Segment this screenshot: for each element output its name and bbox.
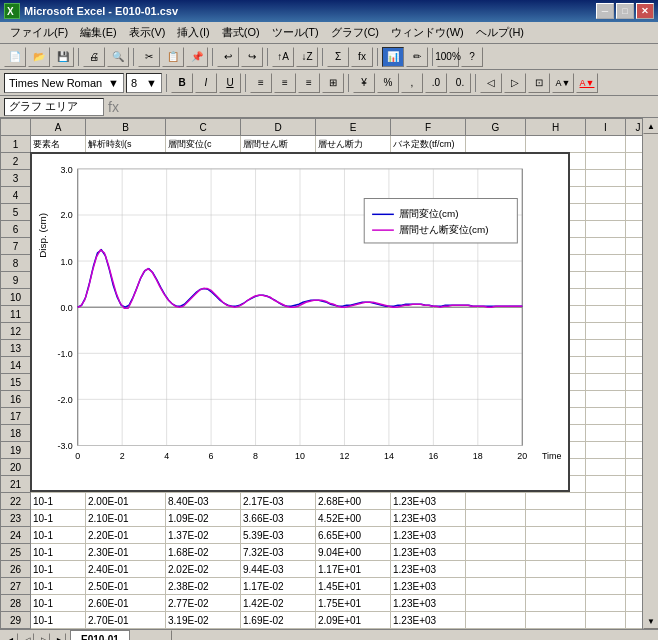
cell-r23-c6[interactable] [466, 510, 526, 527]
cell-r23-c1[interactable]: 2.10E-01 [86, 510, 166, 527]
cell-r20-c8[interactable] [586, 459, 626, 476]
cell-r22-c9[interactable] [626, 493, 643, 510]
cell-r29-c4[interactable]: 2.09E+01 [316, 612, 391, 629]
cell-r1-c7[interactable] [526, 136, 586, 153]
menu-window[interactable]: ウィンドウ(W) [385, 23, 470, 42]
cell-r21-c8[interactable] [586, 476, 626, 493]
cell-r29-c0[interactable]: 10-1 [31, 612, 86, 629]
redo-button[interactable]: ↪ [241, 47, 263, 67]
menu-file[interactable]: ファイル(F) [4, 23, 74, 42]
cell-r18-c8[interactable] [586, 425, 626, 442]
cell-r4-c8[interactable] [586, 187, 626, 204]
cell-r25-c2[interactable]: 1.68E-02 [166, 544, 241, 561]
cell-r26-c9[interactable] [626, 561, 643, 578]
cell-r29-c6[interactable] [466, 612, 526, 629]
tab-scroll-right2[interactable]: ▷ [36, 633, 50, 641]
zoom-button[interactable]: 100% [437, 47, 459, 67]
cell-r22-c5[interactable]: 1.23E+03 [391, 493, 466, 510]
cell-r21-c9[interactable] [626, 476, 643, 493]
scroll-down-button[interactable]: ▼ [643, 613, 658, 629]
sort-asc-button[interactable]: ↑A [272, 47, 294, 67]
print-button[interactable]: 🖨 [83, 47, 105, 67]
drawing-button[interactable]: ✏ [406, 47, 428, 67]
cell-r6-c9[interactable] [626, 221, 643, 238]
menu-view[interactable]: 表示(V) [123, 23, 172, 42]
cell-r1-c1[interactable]: 解析時刻(s [86, 136, 166, 153]
cell-r23-c9[interactable] [626, 510, 643, 527]
col-header-J[interactable]: J [626, 119, 643, 136]
cell-r22-c2[interactable]: 8.40E-03 [166, 493, 241, 510]
cell-r28-c4[interactable]: 1.75E+01 [316, 595, 391, 612]
cell-r28-c0[interactable]: 10-1 [31, 595, 86, 612]
cell-r14-c8[interactable] [586, 357, 626, 374]
cell-r24-c9[interactable] [626, 527, 643, 544]
cell-r28-c6[interactable] [466, 595, 526, 612]
cell-r8-c8[interactable] [586, 255, 626, 272]
font-size-dropdown-icon[interactable]: ▼ [146, 77, 157, 89]
cell-r27-c8[interactable] [586, 578, 626, 595]
cell-r25-c6[interactable] [466, 544, 526, 561]
font-dropdown-icon[interactable]: ▼ [108, 77, 119, 89]
decimal-inc-button[interactable]: .0 [425, 73, 447, 93]
cell-r22-c3[interactable]: 2.17E-03 [241, 493, 316, 510]
cell-r9-c9[interactable] [626, 272, 643, 289]
cell-r25-c1[interactable]: 2.30E-01 [86, 544, 166, 561]
cell-r23-c5[interactable]: 1.23E+03 [391, 510, 466, 527]
cell-r1-c3[interactable]: 層間せん断 [241, 136, 316, 153]
cell-r23-c4[interactable]: 4.52E+00 [316, 510, 391, 527]
cell-r27-c6[interactable] [466, 578, 526, 595]
cell-r7-c9[interactable] [626, 238, 643, 255]
cell-r24-c1[interactable]: 2.20E-01 [86, 527, 166, 544]
cell-r6-c8[interactable] [586, 221, 626, 238]
font-name-box[interactable]: Times New Roman ▼ [4, 73, 124, 93]
sheet-tab-e010[interactable]: E010-01 [70, 630, 130, 640]
cell-r19-c9[interactable] [626, 442, 643, 459]
cell-r27-c1[interactable]: 2.50E-01 [86, 578, 166, 595]
undo-button[interactable]: ↩ [217, 47, 239, 67]
cell-r23-c8[interactable] [586, 510, 626, 527]
decimal-dec-button[interactable]: 0. [449, 73, 471, 93]
menu-tools[interactable]: ツール(T) [266, 23, 325, 42]
tab-scroll-left[interactable]: ◄ [4, 633, 18, 641]
cell-r29-c5[interactable]: 1.23E+03 [391, 612, 466, 629]
cell-r26-c4[interactable]: 1.17E+01 [316, 561, 391, 578]
menu-help[interactable]: ヘルプ(H) [470, 23, 530, 42]
cell-r26-c7[interactable] [526, 561, 586, 578]
scroll-track-v[interactable] [643, 134, 658, 613]
save-button[interactable]: 💾 [52, 47, 74, 67]
cell-r28-c9[interactable] [626, 595, 643, 612]
menu-insert[interactable]: 挿入(I) [171, 23, 215, 42]
cell-r12-c9[interactable] [626, 323, 643, 340]
cell-r29-c9[interactable] [626, 612, 643, 629]
cell-r27-c4[interactable]: 1.45E+01 [316, 578, 391, 595]
percent-button[interactable]: % [377, 73, 399, 93]
bold-button[interactable]: B [171, 73, 193, 93]
cell-r1-c0[interactable]: 要素名 [31, 136, 86, 153]
cell-r2-c9[interactable] [626, 153, 643, 170]
cell-r27-c9[interactable] [626, 578, 643, 595]
cell-r25-c3[interactable]: 7.32E-03 [241, 544, 316, 561]
cell-r25-c0[interactable]: 10-1 [31, 544, 86, 561]
copy-button[interactable]: 📋 [162, 47, 184, 67]
cell-r13-c8[interactable] [586, 340, 626, 357]
close-button[interactable]: ✕ [636, 3, 654, 19]
col-header-D[interactable]: D [241, 119, 316, 136]
cell-r28-c5[interactable]: 1.23E+03 [391, 595, 466, 612]
cell-r13-c9[interactable] [626, 340, 643, 357]
cell-r29-c3[interactable]: 1.69E-02 [241, 612, 316, 629]
cell-r28-c7[interactable] [526, 595, 586, 612]
cell-r17-c8[interactable] [586, 408, 626, 425]
menu-chart[interactable]: グラフ(C) [325, 23, 385, 42]
cell-r24-c7[interactable] [526, 527, 586, 544]
cell-r20-c9[interactable] [626, 459, 643, 476]
cell-r28-c1[interactable]: 2.60E-01 [86, 595, 166, 612]
cell-r11-c8[interactable] [586, 306, 626, 323]
border-button[interactable]: ⊡ [528, 73, 550, 93]
cell-r7-c8[interactable] [586, 238, 626, 255]
indent-inc-button[interactable]: ▷ [504, 73, 526, 93]
cell-r24-c4[interactable]: 6.65E+00 [316, 527, 391, 544]
cell-r29-c2[interactable]: 3.19E-02 [166, 612, 241, 629]
menu-edit[interactable]: 編集(E) [74, 23, 123, 42]
cell-r8-c9[interactable] [626, 255, 643, 272]
scrollbar-h-track[interactable] [132, 630, 658, 640]
